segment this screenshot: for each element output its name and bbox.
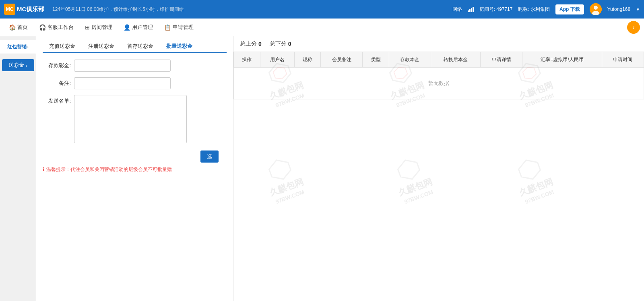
deposit-bonus-row: 存款彩金: (43, 60, 227, 72)
app-download-button[interactable]: App 下载 (555, 4, 584, 14)
total-up-label: 总上分 (240, 40, 257, 47)
room-icon: ⊞ (85, 24, 90, 31)
nav-application-management-label: 申请管理 (173, 24, 194, 31)
deposit-bonus-input[interactable] (74, 60, 171, 72)
total-down-label: 总下分 (270, 40, 287, 47)
tab-first-deposit[interactable]: 首存送彩金 (121, 40, 160, 53)
tab-recharge-send[interactable]: 充值送彩金 (43, 40, 82, 53)
nav-home-label: 首页 (17, 24, 28, 31)
note-input[interactable] (74, 77, 171, 89)
send-list-label: 发送名单: (43, 95, 71, 105)
table-wrapper[interactable]: 操作 用户名 昵称 会员备注 类型 存款本金 转换后本金 申请详情 汇率=虚拟币… (233, 52, 644, 301)
signal-icon (468, 6, 474, 12)
no-data-cell: 暂无数据 (234, 68, 644, 99)
username-label: Yutong168 (607, 6, 630, 12)
tab-register-send[interactable]: 注册送彩金 (82, 40, 121, 53)
sidebar-item-red-envelope[interactable]: 红包营销 › (0, 40, 36, 54)
logo-text: MC俱乐部 (17, 6, 44, 13)
col-username: 用户名 (260, 52, 294, 68)
col-type: 类型 (363, 52, 389, 68)
send-list-row: 发送名单: (43, 95, 227, 143)
nav-bar: 🏠 首页 🎧 客服工作台 ⊞ 房间管理 👤 用户管理 📋 申请管理 ‹ (0, 19, 644, 36)
nav-application-management[interactable]: 📋 申请管理 (159, 21, 198, 33)
nav-customer-service-label: 客服工作台 (47, 24, 74, 31)
send-bonus-button[interactable]: 送彩金 › (2, 59, 34, 71)
col-member-note: 会员备注 (321, 52, 363, 68)
sidebar-red-envelope-arrow: › (27, 45, 29, 49)
nav-collapse-button[interactable]: ‹ (627, 21, 640, 34)
table-header-row: 操作 用户名 昵称 会员备注 类型 存款本金 转换后本金 申请详情 汇率=虚拟币… (234, 52, 644, 68)
warning-text: 温馨提示：代注会员和关闭营销活动的层级会员不可批量赠 (46, 166, 172, 173)
nav-user-management[interactable]: 👤 用户管理 (119, 21, 158, 33)
col-exchange-rate: 汇率=虚拟币/人民币 (522, 52, 602, 68)
col-application-details: 申请详情 (481, 52, 522, 68)
home-icon: 🏠 (9, 24, 16, 31)
nav-user-management-label: 用户管理 (132, 24, 153, 31)
svg-point-1 (594, 6, 598, 10)
network-label: 网络 (452, 6, 462, 13)
application-icon: 📋 (164, 24, 171, 31)
no-data-row: 暂无数据 (234, 68, 644, 99)
col-application-time: 申请时间 (602, 52, 644, 68)
col-operation: 操作 (234, 52, 260, 68)
logo: MC MC俱乐部 (4, 4, 48, 15)
deposit-bonus-label: 存款彩金: (43, 60, 71, 69)
left-inner: 红包营销 › 送彩金 › 充值送彩金 注册送彩金 (0, 36, 233, 301)
col-deposit-principal: 存款本金 (389, 52, 431, 68)
content-area: 充值送彩金 注册送彩金 首存送彩金 批量送彩金 存款彩金: (36, 36, 233, 301)
sidebar: 红包营销 › 送彩金 › (0, 36, 36, 301)
main-layout: 红包营销 › 送彩金 › 充值送彩金 注册送彩金 (0, 36, 644, 301)
note-row: 备注: (43, 77, 227, 89)
warning-message: ℹ 温馨提示：代注会员和关闭营销活动的层级会员不可批量赠 (43, 166, 227, 173)
left-panel: 红包营销 › 送彩金 › 充值送彩金 注册送彩金 (0, 36, 233, 301)
headset-icon: 🎧 (39, 24, 46, 31)
notice-text: 124年05月11日 06:00维护，预计维护时长5小时，维护期间给 (52, 6, 448, 13)
total-down-item: 总下分 0 (270, 40, 291, 47)
warning-icon: ℹ (43, 166, 45, 173)
send-list-textarea[interactable] (74, 95, 187, 143)
send-bonus-label: 送彩金 (8, 62, 24, 69)
tabs: 充值送彩金 注册送彩金 首存送彩金 批量送彩金 (43, 40, 227, 53)
col-nickname: 昵称 (294, 52, 321, 68)
sidebar-red-envelope-label: 红包营销 (7, 43, 27, 50)
nav-room-management-label: 房间管理 (91, 24, 112, 31)
summary-bar: 总上分 0 总下分 0 (233, 36, 644, 52)
col-converted-principal: 转换后本金 (431, 52, 480, 68)
right-panel: 总上分 0 总下分 0 操作 用户名 昵称 会员备注 (233, 36, 644, 301)
total-up-value: 0 (258, 41, 262, 47)
select-button[interactable]: 选 (200, 150, 219, 163)
avatar (590, 3, 602, 15)
nav-customer-service[interactable]: 🎧 客服工作台 (34, 21, 78, 33)
total-up-item: 总上分 0 (240, 40, 262, 47)
collapse-icon: ‹ (632, 24, 634, 31)
total-down-value: 0 (288, 41, 291, 47)
right-content: 总上分 0 总下分 0 操作 用户名 昵称 会员备注 (233, 36, 644, 301)
room-label: 房间号: 497717 (479, 6, 513, 13)
user-dropdown-arrow[interactable]: ▼ (636, 7, 640, 12)
top-bar: MC MC俱乐部 124年05月11日 06:00维护，预计维护时长5小时，维护… (0, 0, 644, 19)
data-table: 操作 用户名 昵称 会员备注 类型 存款本金 转换后本金 申请详情 汇率=虚拟币… (233, 52, 644, 99)
nav-home[interactable]: 🏠 首页 (4, 21, 33, 33)
nickname-label: 昵称: 永利集团 (518, 6, 550, 13)
note-label: 备注: (43, 77, 71, 87)
nav-room-management[interactable]: ⊞ 房间管理 (80, 21, 117, 33)
tab-batch-send[interactable]: 批量送彩金 (160, 40, 199, 53)
top-bar-right: 网络 房间号: 497717 昵称: 永利集团 App 下载 Yutong168… (452, 3, 640, 15)
send-bonus-arrow: › (26, 62, 27, 68)
logo-icon: MC (4, 4, 15, 15)
user-icon: 👤 (124, 24, 130, 31)
